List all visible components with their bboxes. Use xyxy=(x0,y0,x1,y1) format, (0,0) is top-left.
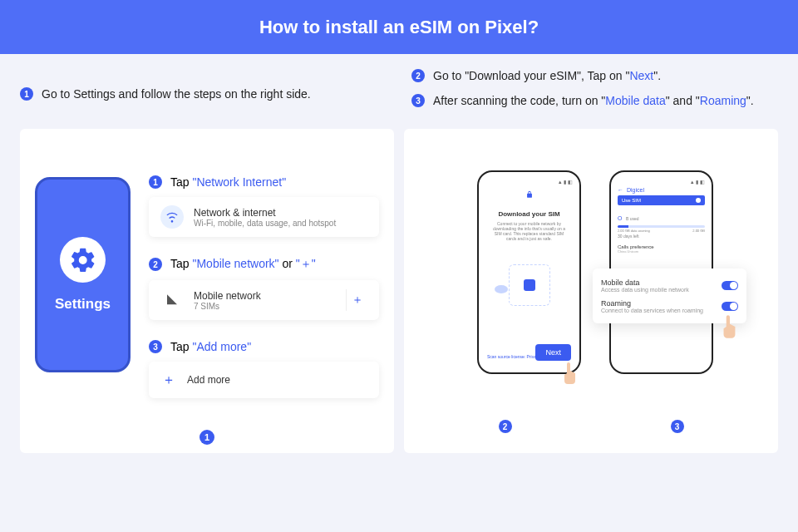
toggles-card: Mobile dataAccess data using mobile netw… xyxy=(593,268,746,323)
top-left-step: 1 Go to Settings and follow the steps on… xyxy=(20,69,387,119)
download-sim-desc: Connect to your mobile network by downlo… xyxy=(485,221,573,241)
step-badge-3: 3 xyxy=(411,94,425,107)
substep-badge-1: 1 xyxy=(149,175,162,189)
download-sim-phone: ▲ ▮ ◧ Download your SIM Connect to your … xyxy=(477,170,581,374)
status-icons: ▲ ▮ ◧ xyxy=(618,179,705,185)
mobile-data-toggle[interactable] xyxy=(722,281,738,290)
header: How to install an eSIM on Pixel? xyxy=(0,0,798,54)
wifi-icon xyxy=(160,205,184,229)
calls-preference[interactable]: Calls preferenceChina Unicom xyxy=(618,244,705,254)
signal-icon xyxy=(160,288,184,312)
use-sim-toggle[interactable]: Use SIM xyxy=(618,195,705,205)
status-icons: ▲ ▮ ◧ xyxy=(485,179,573,185)
plus-icon: ＋ xyxy=(160,372,177,389)
lock-icon xyxy=(525,190,534,199)
data-usage: O B used 2.00 GB data warning2.00 GB 30 … xyxy=(618,209,705,239)
top-instructions: 1 Go to Settings and follow the steps on… xyxy=(0,54,798,129)
settings-phone: Settings xyxy=(35,177,131,372)
plus-icon[interactable]: ＋ xyxy=(346,289,367,311)
panel-footer-num: 1 xyxy=(200,429,214,445)
download-sim-title: Download your SIM xyxy=(485,210,573,218)
right-panel: ▲ ▮ ◧ Download your SIM Connect to your … xyxy=(404,129,778,453)
phone-label: Settings xyxy=(55,296,111,313)
top-right-steps: 2 Go to "Download your eSIM", Tap on "Ne… xyxy=(411,69,778,119)
roaming-toggle[interactable] xyxy=(722,302,738,311)
substep-2: 2 Tap "Mobile network" or "＋" Mobile net… xyxy=(149,257,379,320)
carrier-name: Digicel xyxy=(627,187,644,193)
card-title: Network & internet xyxy=(194,207,336,219)
back-icon[interactable]: ← xyxy=(618,187,623,193)
panel-footer-nums: 2 3 xyxy=(419,420,763,433)
carrier-bar: ← Digicel xyxy=(618,187,705,193)
substep-badge-3: 3 xyxy=(149,340,162,353)
card-sub: Wi-Fi, mobile, data usage, and hotspot xyxy=(194,219,336,228)
mobile-network-card[interactable]: Mobile network 7 SIMs ＋ xyxy=(149,280,379,320)
gear-icon xyxy=(60,237,106,283)
card-sub: 7 SIMs xyxy=(194,302,261,311)
pointer-hand-icon xyxy=(718,313,741,340)
substep-3: 3 Tap "Add more" ＋ Add more xyxy=(149,340,379,398)
sim-illustration xyxy=(509,264,550,306)
substep-1: 1 Tap "Network Internet" Network & inter… xyxy=(149,175,379,237)
step-badge-2: 2 xyxy=(411,69,425,82)
pointer-hand-icon xyxy=(559,361,581,386)
substep-badge-2: 2 xyxy=(149,258,162,271)
step-badge-1: 1 xyxy=(20,87,33,101)
card-title: Add more xyxy=(187,374,230,386)
step-text-2: Go to "Download your eSIM", Tap on "Next… xyxy=(433,69,661,82)
next-button[interactable]: Next xyxy=(535,344,571,361)
step-text-1: Go to Settings and follow the steps on t… xyxy=(42,87,311,101)
page-title: How to install an eSIM on Pixel? xyxy=(259,17,539,38)
network-internet-card[interactable]: Network & internet Wi-Fi, mobile, data u… xyxy=(149,197,379,237)
mobile-data-row[interactable]: Mobile dataAccess data using mobile netw… xyxy=(601,275,738,296)
left-panel: Settings 1 Tap "Network Internet" Networ… xyxy=(20,129,394,453)
add-more-card[interactable]: ＋ Add more xyxy=(149,362,379,398)
step-text-3: After scanning the code, turn on "Mobile… xyxy=(433,94,754,107)
card-title: Mobile network xyxy=(194,290,261,302)
